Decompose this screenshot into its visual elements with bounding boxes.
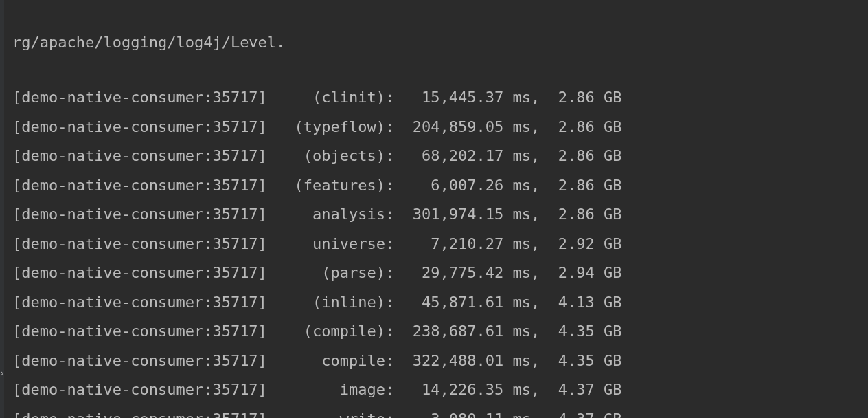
terminal-output[interactable]: rg/apache/logging/log4j/Level. [demo-nat… <box>0 0 868 418</box>
build-stage-row: [demo-native-consumer:35717] (objects): … <box>12 142 856 171</box>
editor-gutter <box>0 0 4 418</box>
build-stage-row: [demo-native-consumer:35717] (parse): 29… <box>12 258 856 288</box>
build-stage-row: [demo-native-consumer:35717] (inline): 4… <box>12 288 856 318</box>
build-stage-row: [demo-native-consumer:35717] (clinit): 1… <box>12 83 856 113</box>
build-stage-row: [demo-native-consumer:35717] (features):… <box>12 171 856 201</box>
gutter-caret-icon: › <box>0 359 4 388</box>
build-stage-row: [demo-native-consumer:35717] (typeflow):… <box>12 113 856 142</box>
build-stage-row: [demo-native-consumer:35717] analysis: 3… <box>12 200 856 230</box>
build-stage-row: [demo-native-consumer:35717] universe: 7… <box>12 230 856 259</box>
build-stage-row: [demo-native-consumer:35717] (compile): … <box>12 317 856 346</box>
build-stage-row: [demo-native-consumer:35717] compile: 32… <box>12 346 856 376</box>
build-stage-row: [demo-native-consumer:35717] image: 14,2… <box>12 375 856 405</box>
output-line-fragment: rg/apache/logging/log4j/Level. <box>12 30 856 54</box>
build-stage-row: [demo-native-consumer:35717] write: 3,08… <box>12 405 856 419</box>
